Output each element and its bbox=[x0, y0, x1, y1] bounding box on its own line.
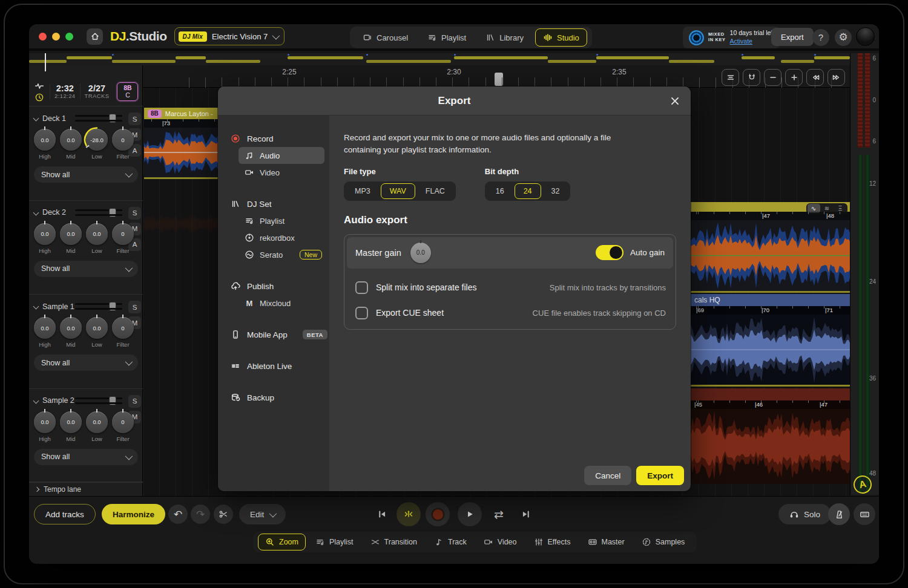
settings-button[interactable]: ⚙ bbox=[835, 29, 852, 46]
key-badge[interactable]: 8B C bbox=[117, 82, 138, 101]
chevron-down-icon[interactable] bbox=[33, 304, 39, 310]
export-nav-playlist[interactable]: Playlist bbox=[239, 212, 324, 229]
tempo-lane-toggle[interactable]: Tempo lane bbox=[29, 482, 143, 496]
show-all-dropdown[interactable]: Show all bbox=[34, 449, 138, 465]
zoom-in-button[interactable] bbox=[785, 69, 803, 86]
track-right-1[interactable]: ∿ ≋ Ξ |47|48 bbox=[691, 202, 850, 293]
bottom-tab-master[interactable]: Master bbox=[581, 534, 632, 550]
file-type-option-flac[interactable]: FLAC bbox=[416, 183, 454, 199]
knob-mid[interactable]: 0.0 Mid bbox=[60, 317, 82, 348]
avatar[interactable] bbox=[856, 27, 875, 46]
bottom-tab-playlist[interactable]: Playlist bbox=[308, 534, 361, 550]
knob-mid[interactable]: 0.0 Mid bbox=[60, 129, 82, 160]
solo-button[interactable]: Solo bbox=[778, 504, 831, 524]
s-button[interactable]: S bbox=[128, 113, 141, 125]
export-nav-mobile-app[interactable]: Mobile AppBETA bbox=[218, 326, 329, 343]
skip-to-end-button[interactable] bbox=[518, 503, 534, 525]
checkbox-cue-sheet[interactable] bbox=[355, 307, 368, 319]
minimap-playhead[interactable] bbox=[45, 53, 46, 71]
track-right-3[interactable]: |45|46|47 bbox=[691, 388, 850, 484]
checkbox-split-mix[interactable] bbox=[355, 281, 368, 294]
chevron-down-icon[interactable] bbox=[33, 116, 39, 122]
play-button[interactable] bbox=[458, 502, 482, 526]
zoom-out-button[interactable] bbox=[764, 69, 781, 86]
bit-depth-option-16[interactable]: 16 bbox=[487, 183, 513, 199]
bottom-tab-zoom[interactable]: Zoom bbox=[258, 534, 306, 550]
metronome-button[interactable] bbox=[828, 503, 850, 525]
show-all-dropdown[interactable]: Show all bbox=[34, 261, 138, 277]
export-nav-rekordbox[interactable]: rekordbox bbox=[239, 229, 324, 246]
home-button[interactable] bbox=[87, 28, 103, 45]
s-button[interactable]: S bbox=[128, 395, 141, 408]
fast-forward-button[interactable] bbox=[827, 69, 845, 86]
knob-mid[interactable]: 0.0 Mid bbox=[60, 223, 82, 254]
deck-volume-slider[interactable] bbox=[75, 208, 122, 217]
knob-filter[interactable]: 0 Filter bbox=[112, 317, 134, 348]
track-marcus-layton[interactable]: 8B Marcus Layton - |73 bbox=[144, 108, 219, 179]
snap-magnet-button[interactable] bbox=[743, 69, 760, 86]
skip-to-start-button[interactable] bbox=[374, 503, 390, 525]
record-button[interactable] bbox=[426, 502, 450, 526]
loop-button[interactable]: ⇄ bbox=[491, 503, 507, 525]
export-confirm-button[interactable]: Export bbox=[636, 466, 684, 485]
bottom-tab-effects[interactable]: Effects bbox=[527, 534, 578, 550]
project-selector[interactable]: DJ Mix Electric Vision 7 bbox=[174, 27, 285, 45]
close-dialog-button[interactable] bbox=[668, 94, 682, 108]
tab-library[interactable]: Library bbox=[478, 28, 531, 47]
export-nav-serato[interactable]: SeratoNew bbox=[239, 246, 324, 263]
tab-playlist[interactable]: Playlist bbox=[419, 28, 474, 47]
mix-overview-minimap[interactable] bbox=[29, 53, 850, 65]
deck-volume-slider[interactable] bbox=[75, 302, 122, 311]
redo-button[interactable]: ↷ bbox=[191, 505, 210, 524]
harmonize-button[interactable]: Harmonize bbox=[102, 504, 165, 524]
bottom-tab-samples[interactable]: Samples bbox=[634, 534, 693, 550]
export-nav-dj-set[interactable]: DJ Set bbox=[218, 195, 329, 212]
header-export-button[interactable]: Export bbox=[771, 28, 814, 46]
knob-low[interactable]: 0.0 Low bbox=[86, 411, 108, 442]
edit-menu-button[interactable]: Edit bbox=[239, 504, 286, 524]
export-nav-publish[interactable]: Publish bbox=[218, 278, 329, 295]
close-window-button[interactable] bbox=[39, 33, 47, 41]
file-type-option-wav[interactable]: WAV bbox=[381, 183, 415, 199]
chevron-down-icon[interactable] bbox=[33, 397, 39, 403]
knob-low[interactable]: -28.0 Low bbox=[86, 129, 108, 160]
zoom-window-button[interactable] bbox=[65, 33, 73, 41]
show-all-dropdown[interactable]: Show all bbox=[34, 354, 138, 371]
s-button[interactable]: S bbox=[128, 207, 141, 220]
bit-depth-option-32[interactable]: 32 bbox=[542, 183, 569, 199]
deck-volume-slider[interactable] bbox=[75, 114, 122, 123]
export-nav-record[interactable]: Record bbox=[218, 130, 329, 147]
chevron-down-icon[interactable] bbox=[33, 209, 39, 215]
arrange-button[interactable] bbox=[722, 69, 739, 86]
knob-low[interactable]: 0.0 Low bbox=[86, 317, 108, 348]
master-gain-knob[interactable]: 0.0 bbox=[410, 243, 431, 263]
knob-high[interactable]: 0.0 High bbox=[34, 317, 56, 348]
deck-volume-slider[interactable] bbox=[75, 396, 122, 405]
cancel-button[interactable]: Cancel bbox=[584, 466, 631, 485]
export-nav-backup[interactable]: Backup bbox=[218, 389, 329, 406]
undo-button[interactable]: ↶ bbox=[168, 505, 188, 524]
knob-high[interactable]: 0.0 High bbox=[34, 411, 56, 442]
tab-studio[interactable]: Studio bbox=[535, 28, 587, 47]
knob-high[interactable]: 0.0 High bbox=[34, 129, 56, 160]
track-vocals-hq[interactable]: cals HQ |69|70|71 bbox=[691, 294, 850, 387]
go-to-playhead-button[interactable] bbox=[396, 502, 421, 526]
add-tracks-button[interactable]: Add tracks bbox=[34, 504, 96, 524]
bit-depth-option-24[interactable]: 24 bbox=[515, 183, 541, 199]
file-type-option-mp3[interactable]: MP3 bbox=[346, 183, 380, 199]
export-nav-audio[interactable]: Audio bbox=[239, 147, 324, 164]
knob-mid[interactable]: 0.0 Mid bbox=[60, 411, 82, 442]
export-nav-video[interactable]: Video bbox=[239, 164, 324, 181]
knob-high[interactable]: 0.0 High bbox=[34, 223, 56, 254]
bottom-tab-track[interactable]: Track bbox=[427, 534, 474, 550]
export-nav-ableton-live[interactable]: Ableton Live bbox=[218, 358, 329, 374]
rewind-button[interactable] bbox=[806, 69, 824, 86]
minimize-window-button[interactable] bbox=[52, 33, 60, 41]
keyboard-shortcuts-button[interactable] bbox=[854, 503, 875, 525]
knob-low[interactable]: 0.0 Low bbox=[86, 223, 108, 254]
tab-carousel[interactable]: Carousel bbox=[355, 28, 416, 47]
knob-filter[interactable]: 0 Filter bbox=[112, 411, 134, 442]
auto-gain-toggle[interactable] bbox=[596, 245, 623, 260]
s-button[interactable]: S bbox=[128, 301, 141, 313]
help-button[interactable]: ? bbox=[812, 29, 829, 46]
